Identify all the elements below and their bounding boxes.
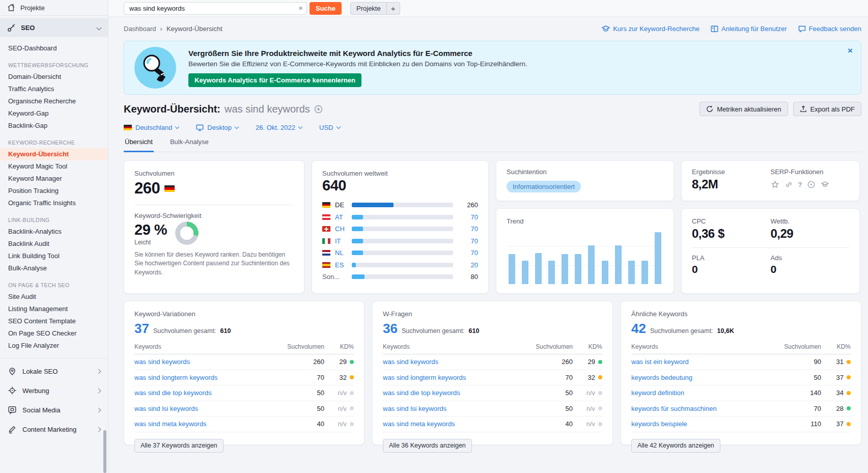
kd-value: n/v (586, 389, 595, 397)
show-all-keywords-button[interactable]: Alle 37 Keywords anzeigen (134, 439, 223, 453)
banner-close-icon[interactable]: × (848, 46, 853, 56)
sidebar-item-keyword-magic-tool[interactable]: Keyword Magic Tool (0, 160, 108, 173)
country-row-other: Son... 80 (322, 271, 478, 283)
country-filter[interactable]: Deutschland (124, 124, 179, 131)
country-link[interactable]: ES (335, 261, 352, 269)
sidebar-item-traffic-analytics[interactable]: Traffic Analytics (0, 83, 108, 95)
sidebar-item-werbung[interactable]: Werbung (0, 381, 108, 400)
trend-bar (628, 261, 635, 284)
keyword-link[interactable]: keywords für suchmaschinen (631, 405, 773, 412)
keyword-link[interactable]: was ist ein keyword (631, 358, 773, 366)
volume-cell: 50 (773, 374, 821, 381)
target-icon (8, 386, 17, 395)
sidebar-item-seo-dashboard[interactable]: SEO-Dashboard (0, 42, 108, 54)
sidebar-item-site-audit[interactable]: Site Audit (0, 291, 108, 303)
clear-search-icon[interactable]: × (298, 4, 303, 12)
sidebar-item-keyword-manager[interactable]: Keyword Manager (0, 173, 108, 185)
banner-cta-button[interactable]: Keywords Analytics für E-Commerce kennen… (188, 73, 361, 87)
sidebar-item-link-building-tool[interactable]: Link Building Tool (0, 250, 108, 262)
keyword-link[interactable]: was sind die top keywords (134, 389, 276, 397)
keyword-link[interactable]: keywords bedeutung (631, 374, 773, 381)
tab-uebersicht[interactable]: Übersicht (124, 138, 154, 152)
sidebar-item-seo-content-template[interactable]: SEO Content Template (0, 315, 108, 327)
sidebar-item-label: Lokale SEO (22, 368, 58, 375)
keyword-link[interactable]: keywords beispiele (631, 420, 773, 428)
add-project-button[interactable]: + (387, 2, 400, 15)
volume-cell: 40 (524, 420, 573, 428)
sidebar-item-lokale-seo[interactable]: Lokale SEO (0, 361, 108, 381)
search-button[interactable]: Suche (310, 2, 342, 15)
volume-cell: 140 (773, 389, 821, 397)
sidebar-item-on-page-seo-checker[interactable]: On Page SEO Checker (0, 327, 108, 340)
volume-bar (352, 239, 453, 243)
keyword-link[interactable]: was sind lsi keywords (134, 405, 276, 412)
sidebar-item-position-tracking[interactable]: Position Tracking (0, 185, 108, 197)
kd-dot (350, 422, 354, 426)
keyword-link[interactable]: was sind lsi keywords (383, 405, 524, 412)
table-row: was sind meta keywords40n/v (134, 416, 354, 432)
chevron-right-icon (96, 369, 101, 374)
sidebar-item-content-marketing[interactable]: Content Marketing (0, 420, 108, 439)
currency-filter[interactable]: USD (319, 124, 340, 131)
keyword-link[interactable]: was sind meta keywords (383, 420, 524, 428)
keyword-link[interactable]: was sind longterm keywords (383, 374, 524, 381)
search-input[interactable] (124, 2, 307, 15)
user-guide-link[interactable]: Anleitung für Benutzer (711, 25, 787, 33)
trend-bar (655, 232, 661, 284)
country-link[interactable]: IT (335, 237, 352, 245)
sidebar-section-seo[interactable]: SEO (0, 18, 108, 37)
sidebar-item-domain-uebersicht[interactable]: Domain-Übersicht (0, 71, 108, 83)
sidebar-item-organische-recherche[interactable]: Organische Recherche (0, 95, 108, 107)
course-link[interactable]: Kurs zur Keyword-Recherche (602, 25, 699, 33)
sidebar-item-backlink-audit[interactable]: Backlink Audit (0, 238, 108, 250)
sidebar-item-organic-traffic-insights[interactable]: Organic Traffic Insights (0, 197, 108, 209)
kd-value: n/v (338, 420, 347, 428)
sidebar-item-bulk-analyse[interactable]: Bulk-Analyse (0, 262, 108, 274)
flag-it-icon (322, 238, 330, 244)
course-link-label: Kurs zur Keyword-Recherche (613, 25, 699, 33)
date-filter[interactable]: 26. Okt. 2022 (256, 124, 302, 131)
country-link[interactable]: AT (335, 213, 352, 221)
trend-bar-chart (507, 232, 663, 284)
add-circle-icon[interactable] (314, 105, 323, 114)
country-link[interactable]: CH (335, 225, 352, 233)
sidebar-item-listing-management[interactable]: Listing Management (0, 303, 108, 315)
keyword-link[interactable]: was sind longterm keywords (134, 374, 276, 381)
sidebar-item-backlink-analytics[interactable]: Backlink-Analytics (0, 226, 108, 238)
country-link[interactable]: NL (335, 249, 352, 257)
projects-button[interactable]: Projekte (350, 2, 387, 15)
table-header: KeywordsSuchvolumenKD% (631, 343, 851, 354)
tab-bar: Übersicht Bulk-Analyse (124, 138, 861, 152)
sidebar-divider (0, 358, 108, 358)
sidebar-item-social-media[interactable]: Social Media (0, 400, 108, 420)
sidebar-scrollbar[interactable] (103, 430, 106, 473)
keyword-link[interactable]: keyword definition (631, 389, 773, 397)
kd-dot (847, 391, 851, 395)
feedback-link[interactable]: Feedback senden (798, 25, 861, 33)
keyword-link[interactable]: was sind meta keywords (134, 420, 276, 428)
cpc-card: CPC 0,36 $ Wettb. 0,29 PLA 0 (681, 208, 860, 294)
serp-features-label: SERP-Funktionen (771, 168, 850, 176)
search-volume-value: 260 (134, 179, 160, 198)
refresh-metrics-button[interactable]: Metriken aktualisieren (699, 102, 788, 116)
cpc-value: 0,36 $ (692, 227, 771, 241)
tab-bulk-analyse[interactable]: Bulk-Analyse (169, 138, 210, 152)
sidebar-item-keyword-gap[interactable]: Keyword-Gap (0, 107, 108, 120)
sidebar-item-log-file-analyzer[interactable]: Log File Analyzer (0, 340, 108, 352)
show-all-keywords-button[interactable]: Alle 42 Keywords anzeigen (631, 439, 720, 453)
sidebar: Projekte SEO SEO-Dashboard WETTBEWERBSFO… (0, 0, 108, 473)
flag-ch-icon (322, 226, 330, 232)
kd-value: n/v (586, 420, 595, 428)
sidebar-item-projekte[interactable]: Projekte (0, 0, 108, 16)
keyword-link[interactable]: was sind keywords (383, 358, 524, 366)
search-intent-card: Suchintention Informationsorientiert (496, 160, 674, 201)
show-all-keywords-button[interactable]: Alle 36 Keywords anzeigen (383, 439, 472, 453)
sidebar-item-keyword-uebersicht[interactable]: Keyword-Übersicht (0, 148, 108, 160)
keyword-link[interactable]: was sind keywords (134, 358, 276, 366)
sidebar-item-backlink-gap[interactable]: Backlink-Gap (0, 120, 108, 132)
keyword-link[interactable]: was sind die top keywords (383, 389, 524, 397)
device-filter[interactable]: Desktop (196, 124, 238, 131)
feedback-bubble-icon (798, 25, 806, 33)
export-pdf-button[interactable]: Export als PDF (793, 102, 861, 116)
breadcrumb-dashboard[interactable]: Dashboard (124, 25, 156, 33)
